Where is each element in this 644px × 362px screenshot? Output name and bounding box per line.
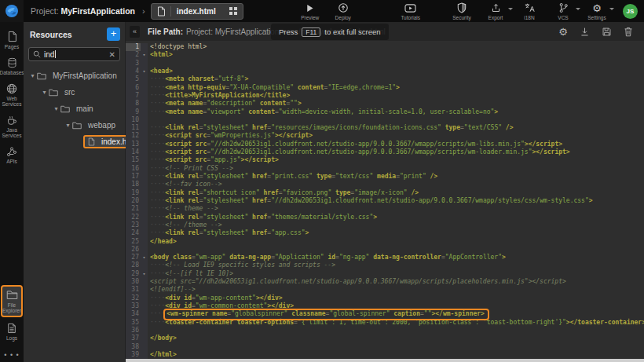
export-button[interactable]: Export (484, 2, 507, 20)
fold-caret-icon[interactable]: ▾ (141, 51, 148, 59)
line-number[interactable]: 16 (126, 165, 141, 173)
code-line[interactable]: 5····<meta charset="utf-8"> (126, 75, 644, 83)
user-avatar[interactable]: JS (623, 4, 638, 19)
line-number[interactable]: 9 (126, 108, 141, 116)
code-line[interactable]: 2▾<html> (126, 51, 644, 59)
code-line[interactable]: 27▾<body class="wm-app" data-ng-app="App… (126, 254, 644, 261)
security-button[interactable]: Security (450, 2, 474, 20)
code-line[interactable]: 13····<script src="//dh2dw20653ig1.cloud… (126, 141, 644, 148)
code-line[interactable]: 9····<meta name="viewport" content="widt… (126, 108, 644, 116)
code-line[interactable]: 4▾<head> (126, 68, 644, 75)
code-editor[interactable]: 1<!doctype html>2▾<html>34▾<head>5····<m… (126, 41, 644, 362)
sidebar-item-databases[interactable]: Databases (0, 54, 24, 78)
code-line[interactable]: 8····<meta name="description" content=""… (126, 100, 644, 108)
line-number[interactable]: 27 (126, 254, 141, 261)
tree-caret-icon[interactable]: ▾ (28, 72, 37, 79)
line-number[interactable]: 22 (126, 214, 141, 221)
line-number[interactable]: 18 (126, 181, 141, 188)
line-number[interactable]: 36 (126, 327, 141, 335)
code-line[interactable]: 20····<link rel="stylesheet" href="//dh2… (126, 197, 644, 205)
tree-item-myfirstapplication[interactable]: ▾MyFirstApplication (24, 68, 125, 84)
vcs-button[interactable]: VCS (551, 2, 575, 20)
code-line[interactable]: 39</html> (126, 351, 644, 359)
line-number[interactable]: 38 (126, 343, 141, 351)
download-icon[interactable] (580, 26, 590, 37)
line-number[interactable]: 37 (126, 335, 141, 342)
line-number[interactable]: 17 (126, 173, 141, 181)
line-number[interactable]: 33 (126, 302, 141, 310)
code-line[interactable]: 18····<!--fav icon--> (126, 181, 644, 188)
code-line[interactable]: 12····<script src="wmProperties.js"></sc… (126, 132, 644, 140)
code-line[interactable]: 10 (126, 116, 644, 124)
code-line[interactable]: 30<script src="//dh2dw20653ig1.cloudfron… (126, 278, 644, 286)
line-number[interactable]: 29 (126, 270, 141, 278)
preview-button[interactable]: Preview (298, 2, 322, 20)
sidebar-item-apis[interactable]: APIs (0, 143, 24, 166)
deploy-button[interactable]: Deploy (331, 2, 355, 20)
code-line[interactable]: 7····<title>MyFirstApplication</title> (126, 92, 644, 100)
code-line[interactable]: 19····<link rel="shortcut icon" href="fa… (126, 189, 644, 197)
tree-item-main[interactable]: ▾main (24, 101, 125, 117)
line-number[interactable]: 5 (126, 75, 141, 83)
settings-button[interactable]: ⚙ Settings (585, 2, 609, 20)
code-line[interactable]: 16····<!-- Print CSS --> (126, 165, 644, 173)
code-line[interactable]: 1<!doctype html> (126, 43, 644, 51)
tree-caret-icon[interactable]: ▾ (40, 89, 49, 96)
collapse-panel-button[interactable]: « (130, 26, 140, 38)
clear-search-icon[interactable]: ✕ (109, 50, 115, 59)
sidebar-item-file-explorer[interactable]: File Explorer (1, 285, 23, 317)
line-number[interactable]: 19 (126, 189, 141, 197)
tab-index-html[interactable]: index.html (151, 3, 243, 20)
tutorials-button[interactable]: Tutorials (399, 2, 423, 20)
code-line[interactable]: 24····<link rel="stylesheet" href="app.c… (126, 229, 644, 237)
code-line[interactable]: 32····<div id="wm-app-content"></div> (126, 294, 644, 302)
trash-icon[interactable] (624, 26, 633, 37)
code-line[interactable]: 31<![endif]--> (126, 286, 644, 294)
code-line[interactable]: 28····<!-- Load IE9 specific styles and … (126, 261, 644, 269)
sidebar-item-web-services[interactable]: Web Services (0, 80, 24, 109)
line-number[interactable]: 24 (126, 229, 141, 237)
tree-item-src[interactable]: ▾src (24, 84, 125, 101)
line-number[interactable]: 28 (126, 261, 141, 269)
code-line[interactable]: 17····<link rel="stylesheet" href="print… (126, 173, 644, 181)
line-number[interactable]: 13 (126, 141, 141, 148)
line-number[interactable]: 1 (126, 43, 141, 51)
line-number[interactable]: 26 (126, 246, 141, 254)
line-number[interactable]: 25 (126, 238, 141, 246)
line-number[interactable]: 35 (126, 319, 141, 327)
sidebar-item-logs[interactable]: Logs (0, 320, 24, 343)
sidebar-item-pages[interactable]: Pages (0, 28, 24, 52)
code-line[interactable]: 34····<wm-spinner name="globalspinner" c… (126, 310, 644, 318)
fold-caret-icon[interactable]: ▾ (141, 68, 148, 75)
code-line[interactable]: 37</body> (126, 335, 644, 342)
code-line[interactable]: 15····<script src="app.js"></script> (126, 156, 644, 164)
line-number[interactable]: 39 (126, 351, 141, 359)
line-number[interactable]: 32 (126, 294, 141, 302)
line-number[interactable]: 23 (126, 221, 141, 229)
fold-caret-icon[interactable]: ▾ (141, 270, 148, 278)
add-resource-button[interactable]: + (107, 27, 120, 41)
horizontal-scrollbar[interactable] (126, 359, 644, 362)
line-number[interactable]: 10 (126, 116, 141, 124)
line-number[interactable]: 31 (126, 286, 141, 294)
line-number[interactable]: 12 (126, 132, 141, 140)
line-number[interactable]: 2 (126, 51, 141, 59)
code-line[interactable]: 25</head> (126, 238, 644, 246)
i18n-button[interactable]: i18N (518, 2, 541, 20)
line-number[interactable]: 7 (126, 92, 141, 100)
more-options-icon[interactable]: • • • (4, 351, 19, 359)
code-line[interactable]: 3 (126, 60, 644, 68)
line-number[interactable]: 15 (126, 156, 141, 164)
fold-caret-icon[interactable]: ▾ (141, 254, 148, 261)
line-number[interactable]: 14 (126, 148, 141, 156)
line-number[interactable]: 6 (126, 84, 141, 92)
line-number[interactable]: 30 (126, 278, 141, 286)
code-line[interactable]: 14····<script src="//dh2dw20653ig1.cloud… (126, 148, 644, 156)
line-number[interactable]: 8 (126, 100, 141, 108)
code-line[interactable]: 29▾····<!--[if lt IE 10]> (126, 270, 644, 278)
tree-caret-icon[interactable]: ▾ (64, 122, 72, 129)
line-number[interactable]: 20 (126, 197, 141, 205)
code-line[interactable]: 22····<link rel="stylesheet" href="theme… (126, 214, 644, 221)
grid-icon[interactable] (229, 7, 237, 15)
code-line[interactable]: 36 (126, 327, 644, 335)
